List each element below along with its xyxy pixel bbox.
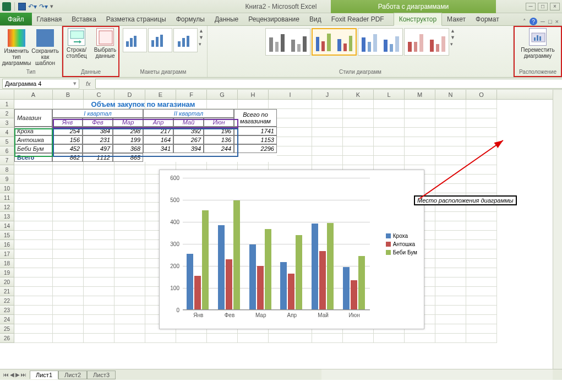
sheet-nav-last-icon[interactable]: ⏭ <box>21 372 26 378</box>
cell[interactable] <box>312 334 343 343</box>
row-header[interactable]: 15 <box>0 231 14 240</box>
style-item[interactable] <box>358 28 403 56</box>
cell[interactable] <box>435 231 466 240</box>
cell[interactable] <box>374 137 405 146</box>
cell[interactable] <box>435 296 466 306</box>
cell[interactable] <box>14 296 53 306</box>
cell[interactable] <box>84 259 114 268</box>
cell[interactable] <box>312 118 343 128</box>
cell[interactable] <box>466 118 497 128</box>
cell[interactable] <box>435 165 466 175</box>
cell[interactable] <box>343 100 374 109</box>
cell[interactable] <box>84 324 114 334</box>
change-chart-type-button[interactable]: Изменить тип диаграммы <box>3 28 30 67</box>
cell[interactable] <box>343 128 374 137</box>
style-more-icon[interactable]: ▾ <box>450 41 455 47</box>
cell[interactable] <box>14 287 53 296</box>
cell[interactable] <box>84 221 114 231</box>
cell[interactable] <box>14 324 53 334</box>
column-header[interactable]: C <box>84 90 114 99</box>
cell[interactable] <box>207 334 238 343</box>
cell[interactable] <box>53 296 84 306</box>
cell[interactable] <box>84 212 114 221</box>
qat-more-icon[interactable]: ▾ <box>50 3 53 10</box>
cell[interactable] <box>53 277 84 287</box>
cell[interactable] <box>84 268 114 277</box>
cell[interactable] <box>114 193 145 203</box>
cell[interactable] <box>374 334 405 343</box>
row-header[interactable]: 16 <box>0 240 14 249</box>
tab-review[interactable]: Рецензирование <box>243 13 304 25</box>
sheet-nav-prev-icon[interactable]: ◀ <box>10 372 14 378</box>
cell[interactable] <box>466 146 497 156</box>
cell[interactable] <box>14 165 53 175</box>
switch-row-column-button[interactable]: Строка/столбец <box>63 27 90 60</box>
cell[interactable] <box>84 240 114 249</box>
cell[interactable] <box>114 259 145 268</box>
row-header[interactable]: 1 <box>0 100 14 109</box>
cell[interactable] <box>343 109 374 118</box>
column-header[interactable]: J <box>312 90 343 99</box>
cell[interactable] <box>84 203 114 212</box>
cell[interactable] <box>53 315 84 324</box>
cell[interactable] <box>53 324 84 334</box>
move-chart-button[interactable]: Переместить диаграмму <box>515 27 561 60</box>
cell[interactable] <box>114 212 145 221</box>
column-header[interactable]: B <box>53 90 84 99</box>
column-header[interactable]: K <box>343 90 374 99</box>
row-header[interactable]: 13 <box>0 212 14 221</box>
row-header[interactable]: 25 <box>0 324 14 334</box>
cell[interactable] <box>435 184 466 193</box>
row-header[interactable]: 17 <box>0 249 14 259</box>
cell[interactable] <box>435 268 466 277</box>
ribbon-minimize-icon[interactable]: ˄ <box>523 18 526 25</box>
cell[interactable] <box>114 334 145 343</box>
cell[interactable] <box>466 315 497 324</box>
cell[interactable] <box>466 165 497 175</box>
cell[interactable] <box>114 231 145 240</box>
tab-data[interactable]: Данные <box>210 13 243 25</box>
style-item[interactable] <box>265 28 310 56</box>
tab-chart-layout[interactable]: Макет <box>442 13 471 25</box>
row-header[interactable]: 9 <box>0 175 14 184</box>
cell[interactable] <box>466 240 497 249</box>
cell[interactable] <box>114 165 145 175</box>
layout-down-icon[interactable]: ▼ <box>199 35 204 40</box>
cell[interactable] <box>14 315 53 324</box>
row-header[interactable]: 8 <box>0 165 14 175</box>
cell[interactable] <box>435 249 466 259</box>
style-down-icon[interactable]: ▼ <box>450 35 455 40</box>
cell[interactable] <box>53 193 84 203</box>
cell[interactable] <box>84 277 114 287</box>
cell[interactable] <box>84 287 114 296</box>
tab-design[interactable]: Конструктор <box>394 13 442 26</box>
cell[interactable] <box>435 109 466 118</box>
cell[interactable] <box>405 100 435 109</box>
row-header[interactable]: 5 <box>0 137 14 146</box>
layout-item[interactable] <box>123 28 147 52</box>
cell[interactable] <box>312 137 343 146</box>
cell[interactable] <box>405 109 435 118</box>
tab-view[interactable]: Вид <box>304 13 326 25</box>
cell[interactable] <box>145 334 176 343</box>
cell[interactable] <box>435 287 466 296</box>
row-header[interactable]: 20 <box>0 277 14 287</box>
cell[interactable] <box>435 100 466 109</box>
cell[interactable] <box>435 175 466 184</box>
cell[interactable] <box>405 118 435 128</box>
cell[interactable] <box>14 249 53 259</box>
cell[interactable] <box>435 137 466 146</box>
cell[interactable] <box>14 212 53 221</box>
cell[interactable] <box>114 324 145 334</box>
column-header[interactable]: G <box>207 90 238 99</box>
select-all-corner[interactable] <box>0 90 14 99</box>
style-item[interactable] <box>312 28 357 56</box>
cell[interactable] <box>84 306 114 315</box>
cell[interactable] <box>53 231 84 240</box>
cell[interactable] <box>14 231 53 240</box>
horizontal-scrollbar[interactable] <box>321 369 553 380</box>
row-header[interactable]: 24 <box>0 315 14 324</box>
cell[interactable] <box>114 277 145 287</box>
cell[interactable] <box>53 221 84 231</box>
row-header[interactable]: 12 <box>0 203 14 212</box>
